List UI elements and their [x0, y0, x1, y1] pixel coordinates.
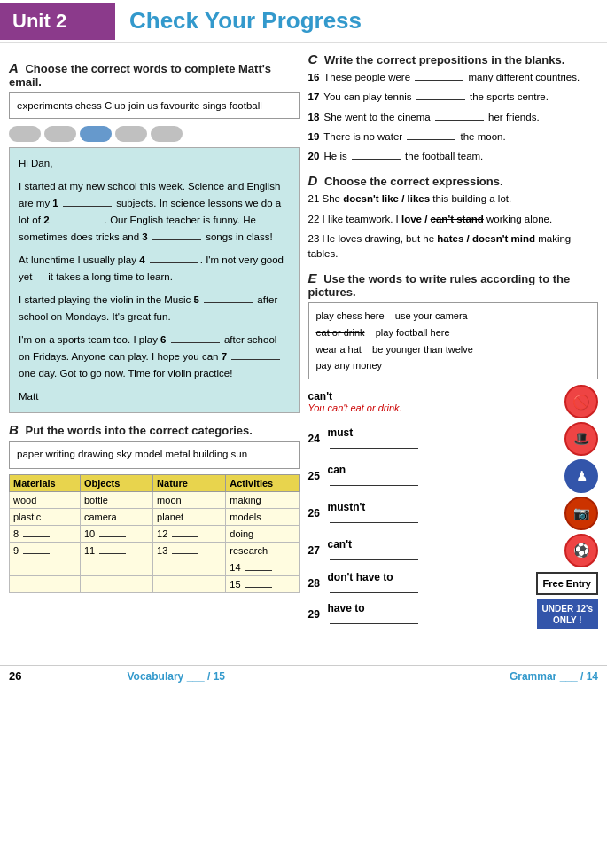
blank-4[interactable] [150, 262, 198, 263]
section-e: E Use the words to write rules according… [308, 270, 599, 629]
categories-table-wrapper: Materials Objects Nature Activities wood… [9, 474, 300, 593]
c-item-16: 16 These people were many different coun… [308, 70, 599, 85]
d-item-22: 22 I like teamwork. I love / can't stand… [308, 212, 599, 227]
left-column: A Choose the correct words to complete M… [9, 51, 300, 638]
blank-8[interactable] [23, 536, 50, 537]
section-e-words: play chess here use your camera eat or d… [308, 302, 599, 379]
blank-e25[interactable] [330, 485, 418, 486]
rule-content-25: can [328, 464, 560, 489]
right-column: C Write the correct prepositions in the … [308, 51, 599, 638]
blank-e26[interactable] [330, 522, 418, 523]
blank-2[interactable] [54, 223, 103, 223]
blank-1[interactable] [63, 206, 112, 207]
item-num: 21 [308, 193, 320, 204]
blank-7[interactable] [231, 359, 280, 360]
section-c-letter: C [308, 51, 318, 66]
cell: camera [80, 508, 152, 525]
blank-c19[interactable] [407, 139, 455, 140]
blank-6[interactable] [171, 342, 220, 343]
rule-row-26: 26 mustn't 📷 [308, 497, 599, 530]
col-objects: Objects [80, 474, 152, 491]
rule-content-29: have to [328, 602, 532, 627]
d-item-23: 23 He loves drawing, but he hates / does… [308, 231, 599, 262]
cell: wood [10, 491, 81, 508]
example-row: can't You can't eat or drink. 🚫 [308, 385, 599, 418]
tag-3 [80, 126, 112, 142]
tag-1 [9, 126, 41, 142]
rule-label-28: don't have to [328, 571, 393, 583]
cell: moon [153, 491, 226, 508]
rule-row-28: 28 don't have to Free Entry [308, 571, 599, 596]
section-a-letter: A [9, 60, 19, 75]
blank-e28[interactable] [330, 592, 418, 593]
blank-c17[interactable] [416, 99, 465, 100]
tag-row [9, 126, 300, 142]
email-para2: At lunchtime I usually play 4 . I'm not … [19, 252, 290, 285]
blank-c18[interactable] [435, 120, 484, 121]
grammar-label: Grammar [510, 670, 556, 683]
cell: bottle [80, 491, 152, 508]
section-b-instruction: Put the words into the correct categorie… [25, 424, 252, 437]
email-greeting: Hi Dan, [19, 155, 290, 173]
section-b-letter: B [9, 422, 19, 437]
item-num: 16 [308, 72, 320, 82]
blank-11[interactable] [99, 553, 126, 554]
d-item-21: 21 She doesn't like / likes this buildin… [308, 192, 599, 207]
blank-14[interactable] [245, 570, 272, 571]
email-para3: I started playing the violin in the Musi… [19, 292, 290, 325]
section-d-label: D Choose the correct expressions. [308, 173, 599, 188]
blank-3[interactable] [152, 239, 201, 240]
blank-9[interactable] [23, 553, 50, 554]
footer-bar: 26 Vocabulary ___ / 15 Grammar ___ / 14 [0, 665, 607, 686]
rule-num-24: 24 [308, 433, 328, 445]
table-row: 8 10 12 doing [10, 525, 300, 542]
blank-13[interactable] [172, 553, 198, 554]
blank-c16[interactable] [415, 80, 463, 81]
section-e-instruction: Use the words to write rules according t… [308, 272, 571, 299]
cell: planet [153, 508, 226, 525]
page-title: Check Your Progress [115, 0, 376, 42]
under12-badge: UNDER 12'sONLY ! [537, 599, 598, 629]
rule-num-29: 29 [308, 608, 328, 621]
section-d-letter: D [308, 173, 318, 188]
section-a-instruction: Choose the correct words to complete Mat… [9, 62, 271, 89]
choice-22: love / can't stand [401, 214, 484, 224]
cell [80, 559, 152, 575]
rule-label-25: can [328, 464, 346, 476]
section-d: D Choose the correct expressions. 21 She… [308, 173, 599, 262]
unit-label: Unit 2 [0, 3, 115, 40]
categories-table: Materials Objects Nature Activities wood… [9, 474, 300, 593]
cell: research [226, 542, 299, 559]
rule-row-25: 25 can ♟ [308, 459, 599, 493]
cell: 13 [153, 542, 226, 559]
cell: 10 [80, 525, 152, 542]
vocab-score: ___ / 15 [187, 670, 225, 683]
blank-c20[interactable] [352, 159, 401, 160]
item-num: 18 [308, 112, 320, 122]
rule-row-24: 24 must 🎩 [308, 422, 599, 456]
must-icon: 🎩 [564, 422, 598, 456]
cell: 15 [226, 575, 299, 592]
blank-e29[interactable] [330, 623, 418, 624]
choice-23: hates / doesn't mind [437, 233, 535, 244]
c-item-19: 19 There is no water the moon. [308, 129, 599, 145]
blank-15[interactable] [245, 587, 272, 588]
section-c: C Write the correct prepositions in the … [308, 51, 599, 164]
blank-10[interactable] [99, 536, 126, 537]
rule-content-27: can't [328, 538, 560, 563]
rule-num-27: 27 [308, 544, 328, 557]
blank-12[interactable] [172, 536, 198, 537]
cell [10, 559, 81, 575]
col-nature: Nature [153, 474, 226, 491]
section-c-instruction: Write the correct prepositions in the bl… [324, 53, 564, 66]
example-text: You can't eat or drink. [308, 403, 560, 413]
blank-e27[interactable] [330, 559, 418, 560]
blank-5[interactable] [204, 302, 253, 303]
choice-strike: doesn't like / likes [343, 193, 430, 204]
section-a-label: A Choose the correct words to complete M… [9, 60, 300, 89]
section-c-label: C Write the correct prepositions in the … [308, 51, 599, 66]
vocab-label: Vocabulary [127, 670, 183, 683]
rule-label-29: have to [328, 602, 365, 614]
blank-e24[interactable] [330, 448, 418, 449]
words-line4: pay any money [316, 357, 591, 374]
